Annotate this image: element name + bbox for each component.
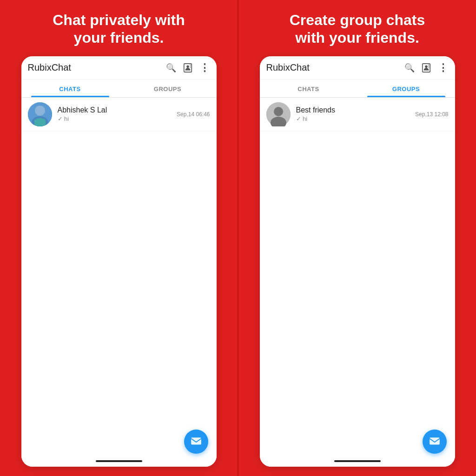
search-icon[interactable] bbox=[166, 63, 176, 73]
right-phone-frame: RubixChat ⋮ CHATS bbox=[260, 56, 455, 467]
tab-chats-left[interactable]: CHATS bbox=[21, 80, 119, 97]
left-home-indicator bbox=[21, 456, 217, 467]
chat-item-abhishek[interactable]: Abhishek S Lal ✓ hi Sep,14 06:46 bbox=[21, 98, 217, 132]
right-search-icon[interactable] bbox=[404, 63, 415, 73]
right-more-options-icon[interactable]: ⋮ bbox=[438, 62, 449, 74]
right-app-bar: RubixChat ⋮ bbox=[260, 56, 455, 80]
right-app-title: RubixChat bbox=[266, 62, 404, 73]
group-item-bestfriends[interactable]: Best friends ✓ hi Sep,13 12:08 bbox=[260, 98, 455, 132]
more-options-icon[interactable]: ⋮ bbox=[199, 62, 210, 74]
contacts-icon[interactable] bbox=[183, 63, 193, 73]
right-home-bar bbox=[334, 460, 381, 462]
tab-groups-left[interactable]: GROUPS bbox=[119, 80, 217, 97]
chat-name-abhishek: Abhishek S Lal bbox=[58, 106, 173, 114]
right-contacts-icon[interactable] bbox=[421, 63, 431, 73]
svg-point-10 bbox=[425, 65, 428, 68]
left-heading: Chat privately with your friends. bbox=[53, 11, 185, 47]
right-heading-line1: Create group chats bbox=[290, 12, 425, 28]
left-phone-frame: RubixChat ⋮ CHATS bbox=[21, 56, 217, 467]
tab-groups-right[interactable]: GROUPS bbox=[357, 80, 455, 97]
svg-point-6 bbox=[35, 106, 45, 116]
avatar-bestfriends bbox=[266, 102, 291, 126]
chat-info-abhishek: Abhishek S Lal ✓ hi bbox=[58, 106, 173, 122]
group-time-bestfriends: Sep,13 12:08 bbox=[415, 111, 448, 118]
left-fab-compose[interactable] bbox=[184, 430, 208, 454]
right-fab-compose[interactable] bbox=[423, 430, 447, 454]
avatar-abhishek bbox=[28, 102, 52, 126]
right-heading: Create group chats with your friends. bbox=[290, 11, 425, 47]
right-tab-bar: CHATS GROUPS bbox=[260, 80, 455, 98]
left-heading-line2: your friends. bbox=[74, 29, 164, 46]
right-panel: Create group chats with your friends. Ru… bbox=[238, 0, 476, 476]
left-app-bar: RubixChat ⋮ bbox=[21, 56, 217, 80]
chat-time-abhishek: Sep,14 06:46 bbox=[177, 111, 210, 118]
right-heading-line2: with your friends. bbox=[295, 29, 419, 46]
group-name-bestfriends: Best friends bbox=[296, 106, 412, 114]
svg-rect-8 bbox=[191, 437, 201, 444]
left-heading-line1: Chat privately with bbox=[53, 12, 185, 28]
svg-rect-17 bbox=[430, 437, 440, 444]
chat-meta-abhishek: Sep,14 06:46 bbox=[177, 111, 210, 118]
left-home-bar bbox=[96, 460, 142, 462]
compose-icon bbox=[190, 436, 202, 448]
group-preview-bestfriends: ✓ hi bbox=[296, 115, 412, 122]
right-app-bar-icons: ⋮ bbox=[404, 62, 449, 74]
tab-chats-right[interactable]: CHATS bbox=[260, 80, 357, 97]
group-meta-bestfriends: Sep,13 12:08 bbox=[415, 111, 448, 118]
right-compose-icon bbox=[429, 436, 441, 448]
right-group-list: Best friends ✓ hi Sep,13 12:08 bbox=[260, 98, 455, 456]
left-tab-bar: CHATS GROUPS bbox=[21, 80, 217, 98]
svg-point-15 bbox=[274, 107, 283, 116]
chat-preview-abhishek: ✓ hi bbox=[58, 115, 173, 122]
left-app-bar-icons: ⋮ bbox=[166, 62, 210, 74]
left-panel: Chat privately with your friends. RubixC… bbox=[0, 0, 238, 476]
group-info-bestfriends: Best friends ✓ hi bbox=[296, 106, 412, 122]
left-chat-list: Abhishek S Lal ✓ hi Sep,14 06:46 bbox=[21, 98, 217, 456]
right-home-indicator bbox=[260, 456, 455, 467]
svg-point-1 bbox=[186, 65, 189, 68]
left-app-title: RubixChat bbox=[28, 62, 166, 73]
